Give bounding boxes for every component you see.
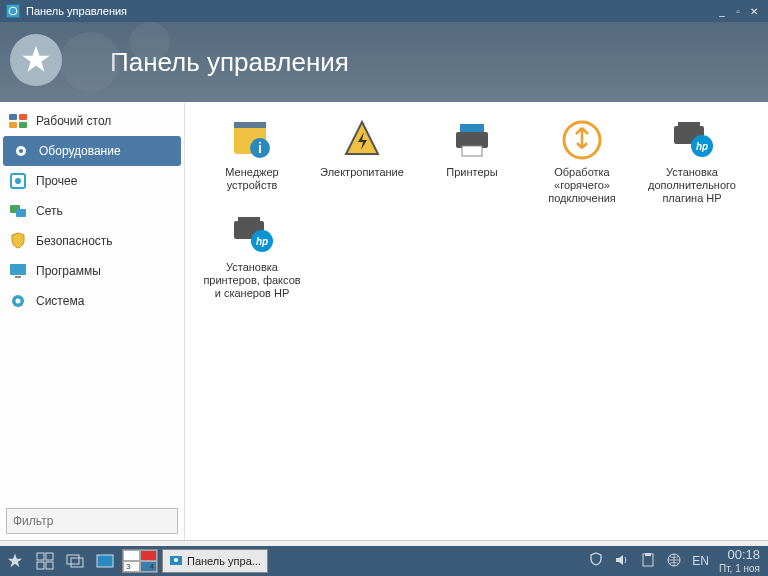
svg-point-2 [130, 22, 170, 62]
tile-label: Обработка «горячего» подключения [531, 166, 633, 206]
sidebar-item-hardware[interactable]: Оборудование [3, 136, 181, 166]
other-icon [8, 171, 28, 191]
svg-rect-3 [9, 114, 17, 120]
tray-clipboard-icon[interactable] [640, 552, 656, 570]
filter-input[interactable] [6, 508, 178, 534]
svg-rect-18 [234, 122, 266, 128]
taskbar-task-control-panel[interactable]: Панель упра... [162, 549, 268, 573]
svg-rect-23 [462, 146, 482, 156]
power-icon [340, 118, 384, 162]
sidebar-item-programs[interactable]: Программы [0, 256, 184, 286]
svg-rect-35 [37, 562, 44, 569]
hp-plugin-icon: hp [670, 118, 714, 162]
sidebar-item-network[interactable]: Сеть [0, 196, 184, 226]
svg-point-0 [9, 7, 17, 15]
svg-rect-5 [9, 122, 17, 128]
monitor-icon [8, 261, 28, 281]
taskbar-windows-icon[interactable] [60, 546, 90, 576]
tile-hotplug[interactable]: Обработка «горячего» подключения [527, 114, 637, 209]
minimize-button[interactable]: _ [714, 6, 730, 17]
category-sidebar: Рабочий стол Оборудование Прочее Сеть Бе… [0, 102, 185, 540]
svg-rect-39 [97, 555, 113, 567]
svg-rect-13 [10, 264, 26, 275]
gear-icon [8, 291, 28, 311]
sidebar-item-other[interactable]: Прочее [0, 166, 184, 196]
hardware-icon [11, 141, 31, 161]
sidebar-item-label: Оборудование [39, 144, 121, 158]
printer-icon [450, 118, 494, 162]
tile-hp-printers[interactable]: hp Установка принтеров, факсов и сканеро… [197, 209, 307, 304]
sidebar-item-label: Рабочий стол [36, 114, 111, 128]
tile-printers[interactable]: Принтеры [417, 114, 527, 209]
header-banner: Панель управления [0, 22, 768, 102]
taskbar-apps-icon[interactable] [30, 546, 60, 576]
sidebar-item-desktop[interactable]: Рабочий стол [0, 106, 184, 136]
sidebar-item-label: Прочее [36, 174, 77, 188]
svg-point-8 [19, 149, 23, 153]
svg-rect-4 [19, 114, 27, 120]
sidebar-item-label: Сеть [36, 204, 63, 218]
window-title: Панель управления [26, 5, 127, 17]
tray-volume-icon[interactable] [614, 552, 630, 570]
window-titlebar: Панель управления _ ▫ ✕ [0, 0, 768, 22]
svg-rect-12 [16, 209, 26, 217]
svg-rect-30 [238, 217, 260, 225]
tile-label: Электропитание [320, 166, 404, 179]
svg-point-41 [174, 558, 178, 562]
sidebar-item-security[interactable]: Безопасность [0, 226, 184, 256]
tile-hp-plugin[interactable]: hp Установка дополнительного плагина HP [637, 114, 747, 209]
sidebar-item-label: Безопасность [36, 234, 113, 248]
maximize-button[interactable]: ▫ [730, 6, 746, 17]
tile-label: Менеджер устройств [201, 166, 303, 192]
workspace-pager[interactable]: 3 4 [122, 549, 158, 573]
system-tray: EN 00:18 Пт, 1 ноя [588, 548, 768, 573]
svg-point-10 [15, 178, 21, 184]
svg-rect-14 [15, 276, 21, 278]
tile-label: Установка принтеров, факсов и сканеров H… [201, 261, 303, 301]
tile-label: Установка дополнительного плагина HP [641, 166, 743, 206]
svg-rect-26 [678, 122, 700, 130]
sidebar-item-system[interactable]: Система [0, 286, 184, 316]
taskbar: 3 4 Панель упра... EN 00:18 Пт, 1 ноя [0, 546, 768, 576]
svg-text:hp: hp [256, 236, 268, 247]
svg-rect-36 [46, 562, 53, 569]
taskbar-clock[interactable]: 00:18 Пт, 1 ноя [719, 548, 760, 573]
clock-time: 00:18 [719, 548, 760, 562]
window-icon [6, 4, 20, 18]
start-menu-button[interactable] [0, 546, 30, 576]
svg-text:hp: hp [696, 141, 708, 152]
tiles-area: i Менеджер устройств Электропитание Прин… [185, 102, 768, 540]
show-desktop-button[interactable] [90, 546, 120, 576]
network-icon [8, 201, 28, 221]
svg-point-16 [16, 299, 21, 304]
tile-device-manager[interactable]: i Менеджер устройств [197, 114, 307, 209]
header-star-icon [10, 34, 62, 86]
svg-rect-43 [645, 553, 651, 556]
tray-shield-icon[interactable] [588, 552, 604, 570]
sidebar-item-label: Система [36, 294, 84, 308]
svg-rect-34 [46, 553, 53, 560]
desktop-icon [8, 111, 28, 131]
svg-rect-38 [71, 558, 83, 567]
sidebar-item-label: Программы [36, 264, 101, 278]
clock-date: Пт, 1 ноя [719, 563, 760, 574]
tray-network-icon[interactable] [666, 552, 682, 570]
svg-text:i: i [258, 140, 262, 156]
svg-rect-6 [19, 122, 27, 128]
svg-point-1 [60, 32, 120, 92]
hp-printer-icon: hp [230, 213, 274, 257]
tray-language[interactable]: EN [692, 554, 709, 568]
shield-icon [8, 231, 28, 251]
close-window-button[interactable]: ✕ [746, 6, 762, 17]
tile-label: Принтеры [446, 166, 497, 179]
device-manager-icon: i [230, 118, 274, 162]
task-label: Панель упра... [187, 555, 261, 567]
svg-rect-33 [37, 553, 44, 560]
svg-rect-37 [67, 555, 79, 564]
usb-icon [560, 118, 604, 162]
tile-power[interactable]: Электропитание [307, 114, 417, 209]
